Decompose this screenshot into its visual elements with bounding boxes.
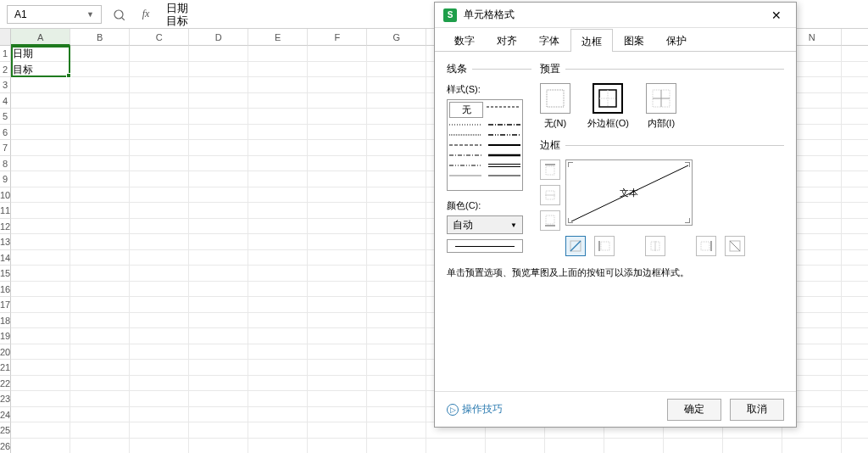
- cell[interactable]: [130, 109, 189, 125]
- border-middle-v-button[interactable]: [645, 236, 665, 256]
- cell[interactable]: [70, 250, 130, 266]
- cell[interactable]: [189, 282, 248, 298]
- cell[interactable]: [308, 282, 367, 298]
- cell[interactable]: [367, 407, 426, 423]
- cell[interactable]: [308, 422, 367, 439]
- expand-icon[interactable]: [108, 5, 129, 24]
- cell[interactable]: [189, 250, 248, 266]
- cell[interactable]: [189, 391, 248, 407]
- cell[interactable]: [70, 407, 130, 423]
- cell[interactable]: [130, 140, 189, 156]
- cell[interactable]: [70, 109, 130, 125]
- cell[interactable]: [367, 93, 426, 109]
- cell[interactable]: [70, 62, 130, 78]
- cell[interactable]: 目标: [11, 62, 70, 78]
- cell[interactable]: [367, 344, 426, 361]
- cell[interactable]: [842, 391, 868, 407]
- cell[interactable]: [842, 203, 868, 219]
- cell[interactable]: [367, 360, 426, 376]
- cell[interactable]: [842, 439, 868, 454]
- cell[interactable]: [308, 156, 367, 172]
- cell[interactable]: [367, 219, 426, 235]
- cell[interactable]: [11, 234, 70, 250]
- cell[interactable]: [70, 328, 130, 344]
- cell[interactable]: [367, 140, 426, 156]
- column-header[interactable]: O: [842, 29, 868, 46]
- cell[interactable]: [189, 313, 248, 329]
- cell[interactable]: [70, 391, 130, 407]
- tab-number[interactable]: 数字: [443, 28, 486, 51]
- cell[interactable]: [130, 376, 189, 392]
- cell[interactable]: [130, 439, 189, 454]
- cell[interactable]: [248, 203, 308, 219]
- cell[interactable]: [70, 187, 130, 204]
- cell[interactable]: [367, 77, 426, 93]
- cell[interactable]: [367, 313, 426, 329]
- cell[interactable]: [11, 140, 70, 156]
- cell[interactable]: [308, 109, 367, 125]
- cell[interactable]: [130, 125, 189, 141]
- row-header[interactable]: 1: [0, 46, 11, 62]
- row-header[interactable]: 5: [0, 109, 11, 125]
- cell[interactable]: [189, 219, 248, 235]
- cell[interactable]: [308, 77, 367, 93]
- cell[interactable]: [70, 422, 130, 439]
- cell[interactable]: [248, 376, 308, 392]
- cell[interactable]: [11, 77, 70, 93]
- border-middle-h-button[interactable]: [540, 185, 560, 205]
- cell[interactable]: [248, 46, 308, 62]
- cell[interactable]: [189, 376, 248, 392]
- cell[interactable]: [308, 250, 367, 266]
- cell[interactable]: [248, 93, 308, 109]
- cell[interactable]: [842, 313, 868, 329]
- cell[interactable]: 日期: [11, 46, 70, 62]
- cell[interactable]: [248, 297, 308, 313]
- cell[interactable]: [664, 439, 723, 454]
- cell[interactable]: [367, 187, 426, 204]
- dialog-title-bar[interactable]: S 单元格格式 ✕: [435, 3, 796, 28]
- column-header[interactable]: E: [248, 29, 308, 46]
- preset-none-button[interactable]: [540, 83, 570, 114]
- border-diagonal-up-button[interactable]: [565, 236, 586, 256]
- row-header[interactable]: 26: [0, 439, 11, 454]
- row-header[interactable]: 6: [0, 125, 11, 141]
- cell[interactable]: [130, 297, 189, 313]
- cell[interactable]: [189, 234, 248, 250]
- cell[interactable]: [308, 407, 367, 423]
- row-header[interactable]: 11: [0, 203, 11, 219]
- cell[interactable]: [189, 171, 248, 187]
- cell[interactable]: [130, 93, 189, 109]
- cell[interactable]: [189, 266, 248, 282]
- cell[interactable]: [842, 46, 868, 62]
- row-header[interactable]: 9: [0, 171, 11, 187]
- cell[interactable]: [367, 125, 426, 141]
- cell[interactable]: [842, 187, 868, 204]
- cell[interactable]: [130, 422, 189, 439]
- name-box[interactable]: A1 ▼: [7, 5, 102, 24]
- cell[interactable]: [11, 203, 70, 219]
- cell[interactable]: [130, 62, 189, 78]
- cell[interactable]: [130, 391, 189, 407]
- cell[interactable]: [248, 313, 308, 329]
- row-header[interactable]: 8: [0, 156, 11, 172]
- cell[interactable]: [189, 328, 248, 344]
- cell[interactable]: [248, 360, 308, 376]
- cell[interactable]: [189, 93, 248, 109]
- cell[interactable]: [70, 46, 130, 62]
- cell[interactable]: [367, 328, 426, 344]
- cell[interactable]: [308, 219, 367, 235]
- column-header[interactable]: B: [70, 29, 130, 46]
- row-header[interactable]: 2: [0, 62, 11, 78]
- cell[interactable]: [130, 234, 189, 250]
- cell[interactable]: [70, 219, 130, 235]
- select-all-corner[interactable]: [0, 29, 11, 46]
- cell[interactable]: [842, 156, 868, 172]
- cell[interactable]: [308, 125, 367, 141]
- cell[interactable]: [11, 313, 70, 329]
- cell[interactable]: [842, 171, 868, 187]
- tab-alignment[interactable]: 对齐: [486, 28, 528, 51]
- cell[interactable]: [130, 203, 189, 219]
- cell[interactable]: [248, 156, 308, 172]
- row-header[interactable]: 13: [0, 234, 11, 250]
- cell[interactable]: [308, 328, 367, 344]
